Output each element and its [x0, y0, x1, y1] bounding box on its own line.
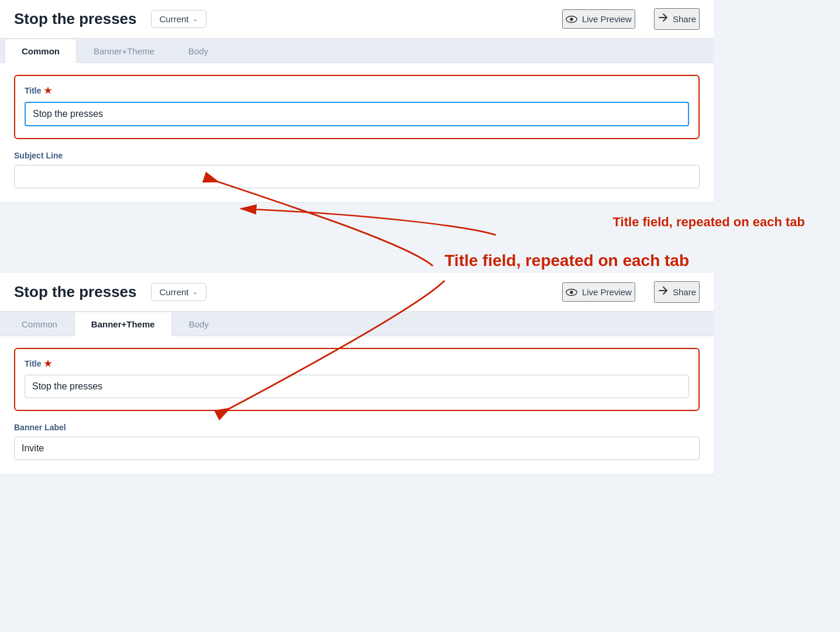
- current-label-bottom: Current: [160, 287, 189, 297]
- top-panel-title: Stop the presses: [14, 10, 137, 28]
- bottom-banner-input[interactable]: [14, 437, 700, 460]
- annotation-area: Title field, repeated on each tab: [0, 203, 840, 273]
- bottom-panel-title: Stop the presses: [14, 283, 137, 301]
- bottom-title-field-group: Title ★: [14, 348, 700, 411]
- chevron-down-icon-top: ⌄: [192, 15, 198, 23]
- current-dropdown-top[interactable]: Current ⌄: [151, 10, 206, 28]
- live-preview-button-top[interactable]: Live Preview: [562, 9, 635, 29]
- bottom-panel-tabs: Common Banner+Theme Body: [0, 312, 714, 336]
- tab-banner-theme-top[interactable]: Banner+Theme: [77, 39, 171, 63]
- bottom-title-required-star: ★: [44, 358, 51, 369]
- tab-common-bottom[interactable]: Common: [5, 312, 74, 336]
- bottom-title-input[interactable]: [25, 375, 689, 398]
- bottom-panel-body: Title ★ Banner Label: [0, 336, 714, 474]
- top-title-label: Title ★: [25, 85, 689, 96]
- bottom-banner-label-heading: Banner Label: [14, 423, 700, 432]
- share-arrow-icon-bottom: [657, 286, 668, 298]
- top-panel: Stop the presses Current ⌄ Live Preview: [0, 0, 714, 203]
- bottom-panel: Stop the presses Current ⌄ Live Preview: [0, 273, 714, 475]
- svg-text:Title field, repeated on each : Title field, repeated on each tab: [445, 251, 689, 270]
- annotation-arrows: [0, 203, 840, 273]
- live-preview-button-bottom[interactable]: Live Preview: [562, 282, 635, 302]
- current-dropdown-bottom[interactable]: Current ⌄: [151, 283, 206, 301]
- top-panel-header: Stop the presses Current ⌄ Live Preview: [0, 0, 714, 39]
- tab-banner-theme-bottom[interactable]: Banner+Theme: [74, 312, 172, 336]
- tab-body-top[interactable]: Body: [171, 39, 225, 63]
- current-label-top: Current: [160, 14, 189, 24]
- top-title-input[interactable]: [25, 102, 689, 126]
- bottom-panel-header: Stop the presses Current ⌄ Live Preview: [0, 273, 714, 312]
- top-subject-input[interactable]: [14, 165, 700, 188]
- svg-point-1: [570, 18, 573, 20]
- top-title-field-group: Title ★: [14, 75, 700, 139]
- top-title-required-star: ★: [44, 85, 51, 96]
- share-button-bottom[interactable]: Share: [654, 281, 700, 303]
- live-preview-label-bottom: Live Preview: [582, 287, 632, 297]
- tab-body-bottom[interactable]: Body: [172, 312, 226, 336]
- annotation-text: Title field, repeated on each tab: [613, 215, 805, 230]
- top-subject-label: Subject Line: [14, 151, 700, 160]
- share-label-top: Share: [673, 14, 696, 24]
- eye-icon-bottom: [566, 288, 577, 296]
- chevron-down-icon-bottom: ⌄: [192, 288, 198, 296]
- top-panel-tabs: Common Banner+Theme Body: [0, 39, 714, 63]
- top-subject-line-group: Subject Line: [14, 151, 700, 188]
- bottom-title-label: Title ★: [25, 358, 689, 369]
- bottom-banner-label-group: Banner Label: [14, 423, 700, 460]
- page-wrapper: Stop the presses Current ⌄ Live Preview: [0, 0, 840, 632]
- top-panel-body: Title ★ Subject Line: [0, 63, 714, 202]
- tab-common-top[interactable]: Common: [5, 39, 77, 63]
- share-label-bottom: Share: [673, 287, 696, 297]
- share-arrow-icon-top: [657, 13, 668, 25]
- share-button-top[interactable]: Share: [654, 8, 700, 30]
- live-preview-label-top: Live Preview: [582, 14, 632, 24]
- svg-point-5: [570, 291, 573, 293]
- eye-icon-top: [566, 15, 577, 23]
